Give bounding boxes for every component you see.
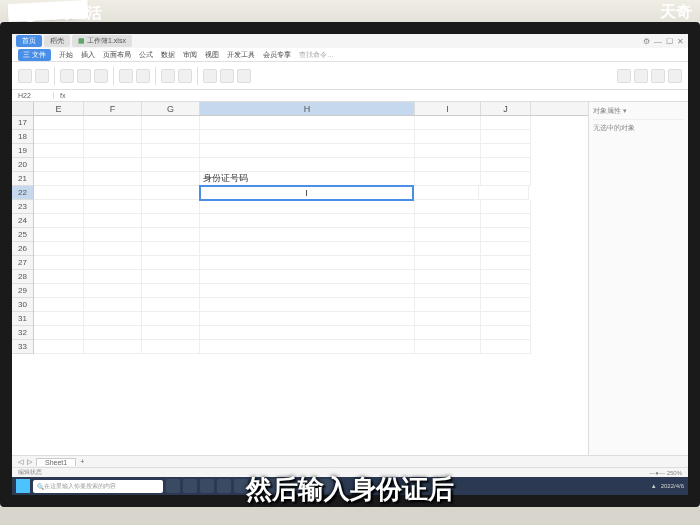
- cell-I33[interactable]: [415, 340, 481, 354]
- sheet-tab-active[interactable]: Sheet1: [36, 458, 76, 466]
- menu-search[interactable]: 查找命令…: [299, 50, 334, 60]
- cell-G25[interactable]: [142, 228, 200, 242]
- taskbar-app4[interactable]: [217, 479, 231, 493]
- cell-F25[interactable]: [84, 228, 142, 242]
- cell-I31[interactable]: [415, 312, 481, 326]
- ribbon-sum-button[interactable]: [203, 69, 217, 83]
- ribbon-bold-button[interactable]: [77, 69, 91, 83]
- cell-H21[interactable]: 身份证号码: [200, 172, 415, 186]
- cell-G21[interactable]: [142, 172, 200, 186]
- cell-H23[interactable]: [200, 200, 415, 214]
- cell-J25[interactable]: [481, 228, 531, 242]
- row-header-18[interactable]: 18: [12, 130, 33, 144]
- ribbon-merge-button[interactable]: [136, 69, 150, 83]
- cell-I30[interactable]: [415, 298, 481, 312]
- cell-F23[interactable]: [84, 200, 142, 214]
- cell-H26[interactable]: [200, 242, 415, 256]
- cell-G33[interactable]: [142, 340, 200, 354]
- fx-icon[interactable]: fx: [60, 92, 65, 99]
- cell-E18[interactable]: [34, 130, 84, 144]
- cell-J26[interactable]: [481, 242, 531, 256]
- row-header-19[interactable]: 19: [12, 144, 33, 158]
- cell-H27[interactable]: [200, 256, 415, 270]
- column-header-J[interactable]: J: [481, 102, 531, 115]
- spreadsheet-grid[interactable]: EFGHIJ 171819202122232425262728293031323…: [12, 102, 588, 455]
- row-header-31[interactable]: 31: [12, 312, 33, 326]
- cell-G27[interactable]: [142, 256, 200, 270]
- cell-F24[interactable]: [84, 214, 142, 228]
- row-header-25[interactable]: 25: [12, 228, 33, 242]
- row-header-21[interactable]: 21: [12, 172, 33, 186]
- cell-E22[interactable]: [34, 186, 84, 200]
- taskbar-search[interactable]: 🔍 在这里输入你要搜索的内容: [33, 480, 163, 493]
- cell-G28[interactable]: [142, 270, 200, 284]
- cell-I32[interactable]: [415, 326, 481, 340]
- cell-E32[interactable]: [34, 326, 84, 340]
- cell-H29[interactable]: [200, 284, 415, 298]
- cell-F33[interactable]: [84, 340, 142, 354]
- ribbon-tool4-button[interactable]: [668, 69, 682, 83]
- cell-H30[interactable]: [200, 298, 415, 312]
- row-header-17[interactable]: 17: [12, 116, 33, 130]
- cell-J32[interactable]: [481, 326, 531, 340]
- menu-file[interactable]: 三 文件: [18, 49, 51, 61]
- tab-home[interactable]: 首页: [16, 35, 42, 47]
- row-header-23[interactable]: 23: [12, 200, 33, 214]
- menu-member[interactable]: 会员专享: [263, 50, 291, 60]
- taskbar-app1[interactable]: [166, 479, 180, 493]
- column-header-E[interactable]: E: [34, 102, 84, 115]
- cell-J17[interactable]: [481, 116, 531, 130]
- cell-G20[interactable]: [142, 158, 200, 172]
- cell-F26[interactable]: [84, 242, 142, 256]
- ribbon-font-button[interactable]: [60, 69, 74, 83]
- cell-F32[interactable]: [84, 326, 142, 340]
- cell-G29[interactable]: [142, 284, 200, 298]
- cell-I22[interactable]: [413, 186, 479, 200]
- cell-H31[interactable]: [200, 312, 415, 326]
- cell-I24[interactable]: [415, 214, 481, 228]
- ribbon-tool3-button[interactable]: [651, 69, 665, 83]
- cell-J21[interactable]: [481, 172, 531, 186]
- cell-J18[interactable]: [481, 130, 531, 144]
- column-header-I[interactable]: I: [415, 102, 481, 115]
- cell-E30[interactable]: [34, 298, 84, 312]
- cell-I19[interactable]: [415, 144, 481, 158]
- cell-G32[interactable]: [142, 326, 200, 340]
- cell-F30[interactable]: [84, 298, 142, 312]
- cell-F18[interactable]: [84, 130, 142, 144]
- cell-H20[interactable]: [200, 158, 415, 172]
- cell-H17[interactable]: [200, 116, 415, 130]
- cell-I26[interactable]: [415, 242, 481, 256]
- cell-E25[interactable]: [34, 228, 84, 242]
- side-panel-title[interactable]: 对象属性 ▾: [593, 106, 684, 120]
- cell-E24[interactable]: [34, 214, 84, 228]
- cell-G24[interactable]: [142, 214, 200, 228]
- cell-H32[interactable]: [200, 326, 415, 340]
- row-header-20[interactable]: 20: [12, 158, 33, 172]
- cell-E21[interactable]: [34, 172, 84, 186]
- cell-G26[interactable]: [142, 242, 200, 256]
- window-maximize-icon[interactable]: ☐: [666, 37, 673, 46]
- menu-review[interactable]: 审阅: [183, 50, 197, 60]
- cell-H28[interactable]: [200, 270, 415, 284]
- tab-workbook[interactable]: ▦ 工作簿1.xlsx: [72, 35, 132, 47]
- column-header-G[interactable]: G: [142, 102, 200, 115]
- cell-H19[interactable]: [200, 144, 415, 158]
- row-header-27[interactable]: 27: [12, 256, 33, 270]
- cell-G17[interactable]: [142, 116, 200, 130]
- cell-I21[interactable]: [415, 172, 481, 186]
- cell-E26[interactable]: [34, 242, 84, 256]
- cell-F22[interactable]: [84, 186, 142, 200]
- menu-view[interactable]: 视图: [205, 50, 219, 60]
- menu-formula[interactable]: 公式: [139, 50, 153, 60]
- tray-date[interactable]: 2022/4/6: [661, 483, 684, 489]
- ribbon-filter-button[interactable]: [237, 69, 251, 83]
- cell-G30[interactable]: [142, 298, 200, 312]
- zoom-slider[interactable]: —●—: [649, 470, 665, 476]
- cell-E19[interactable]: [34, 144, 84, 158]
- row-header-32[interactable]: 32: [12, 326, 33, 340]
- cell-E23[interactable]: [34, 200, 84, 214]
- cell-G23[interactable]: [142, 200, 200, 214]
- cell-J24[interactable]: [481, 214, 531, 228]
- cell-F19[interactable]: [84, 144, 142, 158]
